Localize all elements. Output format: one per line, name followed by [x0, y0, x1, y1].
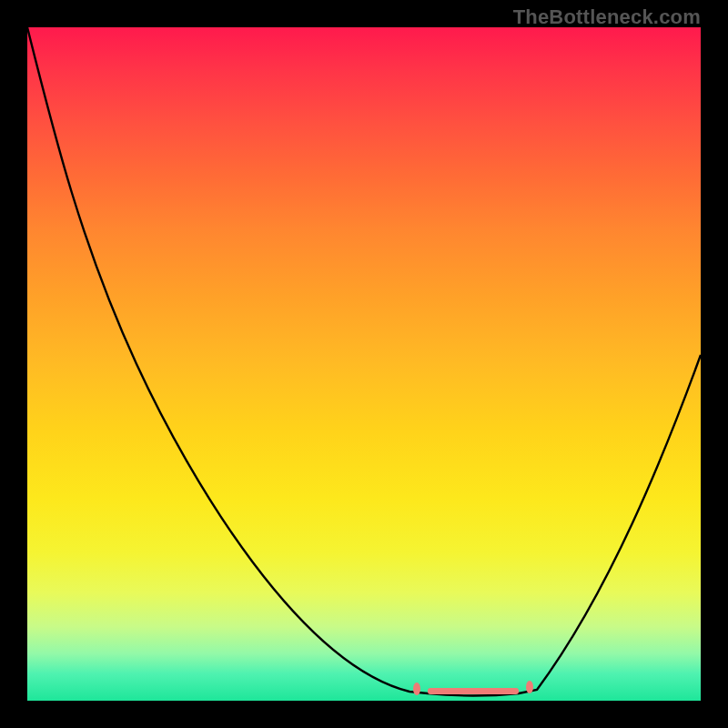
bottleneck-curve	[27, 27, 701, 695]
plot-area	[27, 27, 701, 701]
flat-range-bar	[428, 688, 519, 694]
marker-dot	[413, 682, 420, 695]
chart-frame: TheBottleneck.com	[0, 0, 728, 728]
curve-svg	[27, 27, 701, 701]
watermark-text: TheBottleneck.com	[513, 5, 701, 29]
marker-dot	[526, 681, 533, 693]
